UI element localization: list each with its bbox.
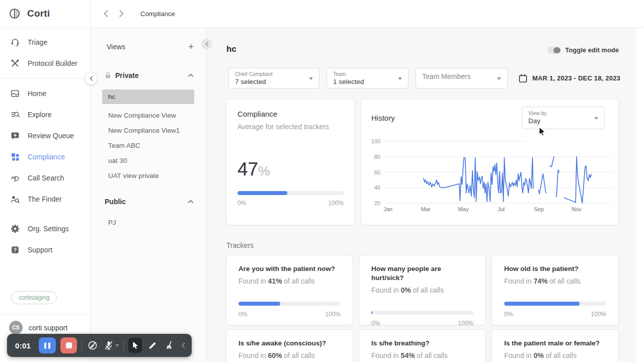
brand-logo-row[interactable]: Corti <box>0 0 90 28</box>
tracker-card: How old is the patient? Found in 74% of … <box>492 255 619 325</box>
chevron-down-icon <box>594 117 598 120</box>
cursor-tool-icon <box>131 341 139 350</box>
avatar: CS <box>9 321 23 334</box>
add-view-button[interactable]: + <box>188 43 194 50</box>
chief-complaint-select[interactable]: Chief Complaint 7 selected <box>228 68 319 88</box>
chat-plus-icon <box>10 131 20 141</box>
select-label: Chief Complaint <box>235 71 314 77</box>
view-item[interactable]: New Compliance View <box>91 108 206 123</box>
scrollbar-gutter[interactable] <box>635 28 644 362</box>
tracker-progress-fill <box>371 311 372 315</box>
mic-off-icon <box>103 340 114 351</box>
camera-off-button[interactable] <box>87 338 99 353</box>
svg-text:80: 80 <box>374 154 380 160</box>
sidebar-item-the-finder[interactable]: The Finder <box>0 189 90 210</box>
sidebar-item-label: Support <box>28 246 52 254</box>
mouse-cursor <box>538 127 546 137</box>
scale-max: 100% <box>328 200 344 207</box>
select-placeholder: Team Members <box>422 68 502 85</box>
view-item[interactable]: New Compliance View1 <box>91 123 206 138</box>
recording-timer: 0:01 <box>15 341 31 350</box>
trackers-heading: Trackers <box>226 241 254 249</box>
page-title: hc <box>226 44 236 54</box>
toggle-edit-mode-label: Toggle edit mode <box>565 46 619 54</box>
chevron-left-icon <box>205 42 208 46</box>
svg-text:Jul: Jul <box>498 206 505 212</box>
chevron-left-icon <box>90 76 93 81</box>
scale-min: 0% <box>504 311 513 318</box>
back-icon[interactable] <box>103 10 109 18</box>
scale-max: 100% <box>458 320 473 327</box>
tracker-progress-track <box>504 302 606 306</box>
scale-max: 100% <box>325 311 341 318</box>
tracker-question: How many people are hurt/sick? <box>371 264 473 283</box>
sidebar-item-compliance[interactable]: Compliance <box>0 146 90 167</box>
tracker-found-text: Found in 60% of all calls <box>238 351 341 359</box>
svg-text:Nov: Nov <box>572 206 582 212</box>
toolbar-divider <box>82 339 82 351</box>
mic-off-button[interactable] <box>103 340 119 351</box>
tracker-progress-track <box>371 311 473 315</box>
sidebar-item-label: Org. Settings <box>28 225 69 233</box>
top-bar: Compliance <box>91 0 644 28</box>
chevron-down-icon <box>309 77 313 80</box>
select-label: View by <box>528 110 599 116</box>
svg-text:?: ? <box>14 247 17 253</box>
tooltip-ghost <box>524 130 610 156</box>
tracker-question: Is s/he breathing? <box>371 339 473 348</box>
pause-icon <box>44 342 50 349</box>
tracker-card: Are you with the patient now? Found in 4… <box>226 255 353 325</box>
sidebar-item-protocol-builder[interactable]: Protocol Builder <box>0 53 90 74</box>
scale-min: 0% <box>237 200 246 207</box>
sidebar-item-call-search[interactable]: Call Search <box>0 167 90 189</box>
calendar-icon <box>519 74 527 83</box>
chevron-up-icon[interactable] <box>188 73 194 77</box>
help-icon: ? <box>10 245 20 255</box>
cursor-tool-button[interactable] <box>128 338 142 353</box>
tracker-question: Is the patient male or female? <box>504 339 606 348</box>
team-members-select[interactable]: Team Members <box>416 68 508 88</box>
tracker-found-text: Found in 0% of all calls <box>504 351 606 359</box>
pause-recording-button[interactable] <box>39 337 56 353</box>
view-item[interactable]: uat 30 <box>91 153 206 168</box>
chevron-down-icon <box>497 77 501 80</box>
compliance-progress-track <box>237 191 344 195</box>
clear-tool-button[interactable] <box>163 338 175 353</box>
sidebar-item-explore[interactable]: Explore <box>0 104 90 125</box>
view-by-select[interactable]: View by Day <box>522 107 605 129</box>
date-range-picker[interactable]: MAR 1, 2023 - DEC 18, 2023 <box>519 74 620 83</box>
lock-icon <box>105 72 111 79</box>
pencil-icon <box>147 340 157 350</box>
tracker-question: Is s/he awake (conscious)? <box>238 339 341 348</box>
sidebar-collapse-button[interactable] <box>85 72 97 84</box>
view-item[interactable]: UAT view private <box>91 168 206 183</box>
svg-text:40: 40 <box>374 185 380 191</box>
sidebar-item-label: Compliance <box>28 153 65 161</box>
draw-tool-button[interactable] <box>146 338 158 353</box>
select-label: Team <box>333 71 403 77</box>
sidebar-item-triage[interactable]: Triage <box>0 32 90 53</box>
chevron-up-icon[interactable] <box>188 200 194 204</box>
history-card: 20406080100JanMarMayJulSepNov History Vi… <box>361 99 619 225</box>
view-item-pj[interactable]: PJ <box>91 215 206 230</box>
tracker-question: Are you with the patient now? <box>238 264 341 274</box>
svg-text:Sep: Sep <box>534 206 544 212</box>
tracker-card: Is s/he breathing? Found in 54% of all c… <box>359 329 486 362</box>
sidebar-item-review-queue[interactable]: Review Queue <box>0 125 90 146</box>
view-item[interactable]: Team ABC <box>91 138 206 153</box>
sidebar-item-support[interactable]: ? Support <box>0 239 90 260</box>
sidebar-item-org-settings[interactable]: Org. Settings <box>0 218 90 239</box>
team-select[interactable]: Team 1 selected <box>327 68 409 88</box>
sidebar-item-home[interactable]: Home <box>0 83 90 104</box>
collapse-toolbar-button[interactable] <box>179 338 187 353</box>
view-item-hc[interactable]: hc <box>102 89 194 104</box>
broom-icon <box>164 340 174 350</box>
scale-min: 0% <box>371 320 380 327</box>
forward-icon[interactable] <box>119 10 124 18</box>
tracker-question: How old is the patient? <box>504 264 606 274</box>
toggle-edit-mode[interactable]: Toggle edit mode <box>547 46 619 54</box>
views-collapse-button[interactable] <box>201 39 212 49</box>
camera-off-icon <box>87 340 98 351</box>
explore-icon <box>10 110 20 120</box>
stop-recording-button[interactable] <box>60 337 77 353</box>
